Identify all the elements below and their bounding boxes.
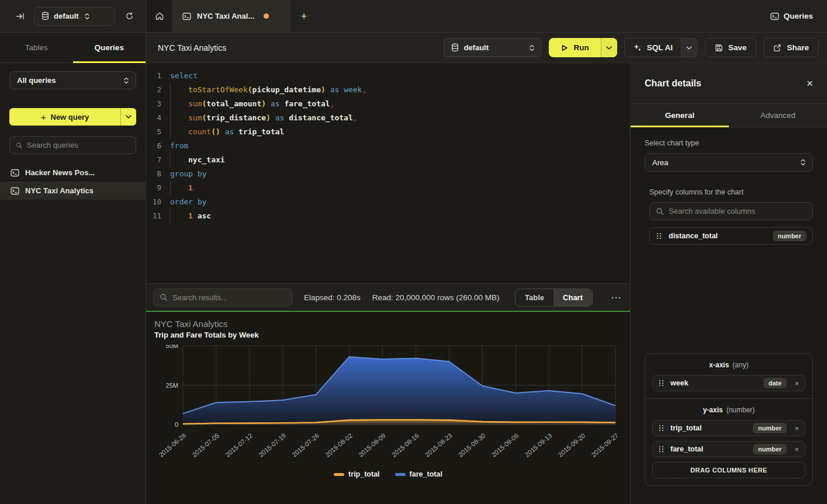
y-axis-chip-fare-total[interactable]: fare_total number × [652,441,805,457]
drag-handle-icon[interactable] [659,446,664,453]
editor-line[interactable]: 10order by [146,195,630,209]
x-tick-label: 2015-09-27 [590,432,620,458]
tab-nyc-taxi-analytics[interactable]: NYC Taxi Anal... [173,0,290,32]
run-button[interactable]: Run [549,38,617,57]
x-tick-label: 2015-09-13 [524,432,553,458]
column-type-badge: number [753,423,787,433]
drag-handle-icon[interactable] [659,380,664,387]
queries-shortcut[interactable]: Queries [756,0,827,32]
code-text: select [170,69,198,83]
queries-filter-select[interactable]: All queries [9,71,136,89]
line-number: 11 [146,209,161,223]
editor-line[interactable]: 7nyc_taxi [146,153,630,167]
tab-general[interactable]: General [631,104,729,127]
legend-item-fare-total[interactable]: fare_total [395,470,442,478]
database-icon [41,12,49,20]
home-tab[interactable] [146,0,173,32]
share-button[interactable]: Share [763,38,819,57]
editor-line[interactable]: 8group by [146,167,630,181]
columns-section: Specify columns for the chart distance_t… [645,188,813,245]
x-tick-label: 2015-07-12 [224,432,254,458]
play-icon [560,44,568,52]
new-query-main[interactable]: + New query [9,108,121,126]
header-database-selector[interactable]: default [444,38,542,57]
drag-handle-icon[interactable] [659,425,664,432]
search-columns-box[interactable] [649,202,813,220]
y-axis-section: y-axis(number) trip_total number × fare_… [645,398,812,485]
column-name: week [670,379,757,387]
tab-advanced[interactable]: Advanced [729,104,827,127]
chevron-down-icon [126,115,132,119]
table-view-button[interactable]: Table [515,289,553,306]
sql-ai-button[interactable]: SQL AI [624,38,698,57]
sql-editor[interactable]: 1select2toStartOfWeek(pickup_datetime) a… [146,63,630,283]
available-column-distance-total[interactable]: distance_total number [649,227,813,245]
code-text: sum(trip_distance) as distance_total, [170,111,358,125]
search-queries-box[interactable] [9,136,136,154]
editor-line[interactable]: 4sum(trip_distance) as distance_total, [146,111,630,125]
code-text: 1 asc [170,209,211,223]
new-tab-button[interactable]: + [290,0,318,32]
search-results-input[interactable] [172,293,286,302]
run-button-main[interactable]: Run [549,38,601,57]
drop-zone[interactable]: DRAG COLUMNS HERE [652,462,805,478]
run-dropdown[interactable] [601,38,617,57]
refresh-icon[interactable] [121,8,137,25]
close-icon[interactable]: × [807,78,813,89]
database-selector-value: default [54,12,79,20]
save-button[interactable]: Save [705,38,757,57]
remove-icon[interactable]: × [794,445,799,454]
chart-details-title: Chart details [645,78,701,89]
y-axis-chip-trip-total[interactable]: trip_total number × [652,420,805,436]
remove-icon[interactable]: × [794,379,799,388]
line-number: 7 [146,153,161,167]
sql-ai-main[interactable]: SQL AI [625,39,681,57]
chart-view-button[interactable]: Chart [553,289,592,306]
more-options-icon[interactable]: ··· [611,293,622,303]
new-query-dropdown[interactable] [121,108,136,126]
updown-chevron-icon [84,12,91,20]
editor-line[interactable]: 6from [146,139,630,153]
x-axis-label: x-axis [709,361,729,369]
line-number: 10 [146,195,161,209]
editor-line[interactable]: 5count() as trip_total [146,125,630,139]
search-queries-input[interactable] [27,141,130,150]
chart-legend: trip_total fare_total [146,470,630,478]
search-icon [160,293,168,301]
editor-line[interactable]: 1select [146,69,630,83]
sidebar-item-hacker-news[interactable]: Hacker News Pos... [0,164,146,182]
x-tick-label: 2015-07-26 [290,432,320,458]
editor-line[interactable]: 111 asc [146,209,630,223]
sql-ai-dropdown[interactable] [681,39,697,57]
search-columns-input[interactable] [669,207,807,215]
search-results-box[interactable] [153,289,292,307]
legend-item-trip-total[interactable]: trip_total [334,470,379,478]
database-selector[interactable]: default [34,7,115,26]
x-tick-label: 2015-08-30 [457,432,487,458]
chart-type-select[interactable]: Area [645,153,813,172]
sidebar-tab-queries[interactable]: Queries [73,33,146,62]
area-chart[interactable]: 025M50M2015-06-282015-07-052015-07-12201… [146,345,630,470]
y-tick-label: 0 [175,421,178,428]
tab-strip: NYC Taxi Anal... + [146,0,756,32]
chart-details-panel: Chart details × General Advanced Select … [630,63,827,504]
new-query-button[interactable]: + New query [9,108,136,126]
query-terminal-icon [11,187,19,195]
sidebar-body: All queries + New query Hacker New [0,63,146,208]
drag-handle-icon[interactable] [657,232,662,239]
editor-line[interactable]: 3sum(total_amount) as fare_total, [146,97,630,111]
x-axis-title: x-axis(any) [652,361,805,369]
column-name: fare_total [670,445,746,453]
x-axis-chip-week[interactable]: week date × [652,375,805,391]
editor-line[interactable]: 91 [146,181,630,195]
sidebar-tab-tables[interactable]: Tables [0,33,73,62]
y-axis-label: y-axis [703,406,723,414]
sidebar-item-nyc-taxi[interactable]: NYC Taxi Analytics [0,182,146,200]
remove-icon[interactable]: × [794,424,799,433]
x-axis-hint: (any) [732,361,748,369]
editor-line[interactable]: 2toStartOfWeek(pickup_datetime) as week, [146,83,630,97]
queries-shortcut-label: Queries [784,12,813,20]
sparkle-icon [633,43,642,52]
code-text: order by [170,195,207,209]
collapse-sidebar-icon[interactable] [12,8,28,25]
